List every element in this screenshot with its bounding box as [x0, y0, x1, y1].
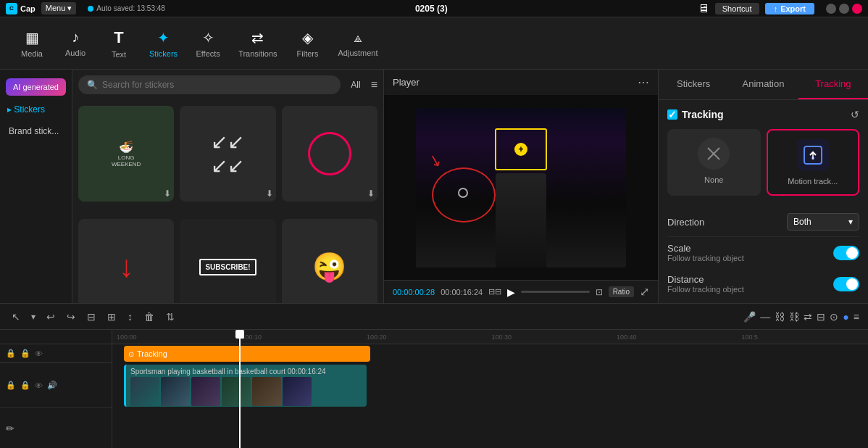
sticker-item-circle[interactable]: ⬇	[282, 106, 377, 202]
main-toolbar: ▦ Media ♪ Audio T Text ✦ Stickers ✧ Effe…	[0, 17, 868, 70]
timeline-content: 🔒 🔒 👁 🔒 🔒 👁 🔊 ✏ 100:00 100:10 100	[0, 330, 868, 448]
sticker-item-emoji1[interactable]: 😜 ⬇	[282, 219, 377, 303]
lock2-icon[interactable]: 🔒	[6, 381, 16, 390]
minus-icon[interactable]: ⊟	[817, 311, 825, 323]
text-icon: T	[114, 28, 123, 47]
tool-transitions[interactable]: ⇄ Transitions	[231, 25, 284, 62]
trash-tool[interactable]: 🗑	[141, 308, 157, 325]
sidebar-item-brand[interactable]: Brand stick...	[0, 120, 72, 142]
tool-audio[interactable]: ♪ Audio	[55, 25, 96, 62]
redo-button[interactable]: ↪	[64, 308, 78, 325]
audio-icon[interactable]: 🔊	[47, 381, 57, 390]
tracking-option-none[interactable]: None	[667, 129, 761, 196]
link-icon[interactable]: —	[760, 311, 770, 323]
ai-generated-button[interactable]: AI generated	[6, 78, 66, 96]
ratio-button[interactable]: Ratio	[609, 286, 634, 297]
tool-effects[interactable]: ✧ Effects	[188, 25, 228, 62]
sticker-item-subscribe[interactable]: SUBSCRIBE! ⬇	[180, 219, 275, 303]
dot-icon[interactable]: ●	[843, 311, 848, 323]
tracking-header: ✓ Tracking ↺	[667, 109, 859, 120]
delete-tool[interactable]: ⊞	[104, 308, 119, 325]
split-tool[interactable]: ⊟	[84, 308, 99, 325]
sticker-item-arrow-red[interactable]: ↓ ⬇	[78, 219, 174, 303]
tool-media[interactable]: ▦ Media	[12, 25, 52, 62]
reverse-tool[interactable]: ↕	[125, 308, 135, 325]
ruler-mark-0: 100:00	[115, 333, 241, 341]
search-icon: 🔍	[87, 80, 98, 90]
tab-stickers[interactable]: Stickers	[659, 70, 728, 99]
eye-icon[interactable]: 👁	[35, 349, 43, 358]
search-input[interactable]	[102, 80, 332, 90]
circle-icon[interactable]: ⊙	[830, 311, 838, 323]
ruler-mark-3: 100:30	[491, 333, 616, 341]
sidebar-item-stickers[interactable]: ▸ Stickers	[0, 100, 72, 119]
tracking-checkbox[interactable]: ✓	[667, 109, 677, 120]
shortcut-button[interactable]: Shortcut	[715, 3, 759, 14]
mic-icon[interactable]: 🎤	[743, 311, 756, 323]
export-button[interactable]: ↑ Export	[765, 3, 814, 14]
timeline-left-panel: 🔒 🔒 👁 🔒 🔒 👁 🔊 ✏	[0, 330, 112, 448]
tracking-clip[interactable]: ⊙ Tracking	[124, 346, 370, 362]
distance-label-group: Distance Follow tracking object	[667, 274, 744, 294]
right-panel: Stickers Animation Tracking ✓ Tracking ↺…	[658, 70, 868, 303]
tracking-option-motion[interactable]: Motion track...	[767, 129, 860, 196]
playhead-handle[interactable]	[235, 330, 244, 339]
video-track: Sportsman playing basketball in basketba…	[112, 363, 868, 408]
minimize-button[interactable]	[826, 4, 836, 14]
scale-toggle[interactable]	[833, 246, 859, 260]
select-tool[interactable]: ↖	[9, 308, 23, 325]
tool-adjustment[interactable]: ⟁ Adjustment	[331, 25, 385, 62]
tab-tracking[interactable]: Tracking	[798, 70, 868, 99]
adjustment-label: Adjustment	[338, 49, 378, 57]
tracking-track: ⊙ Tracking	[112, 344, 868, 363]
sticker-item-arrows[interactable]: ↙↙↙↙ ⬇	[180, 106, 275, 202]
effects-icon: ✧	[202, 29, 214, 46]
mute-icon[interactable]: 🔒	[20, 349, 30, 358]
fit-screen-icon[interactable]: ⊡	[596, 287, 603, 297]
pen-icon[interactable]: ✏	[6, 423, 14, 434]
motion-track-icon	[797, 139, 829, 171]
tool-text[interactable]: T Text	[99, 24, 139, 63]
expand-icon: ▾	[29, 310, 38, 323]
direction-select[interactable]: Both ▾	[787, 213, 859, 231]
filter-icon[interactable]: ≡	[371, 78, 377, 91]
stickers-icon: ✦	[157, 29, 170, 46]
download-icon: ⬇	[164, 302, 171, 303]
subscribe-sticker: SUBSCRIBE!	[199, 259, 256, 275]
maximize-button[interactable]	[839, 4, 849, 14]
transitions-label: Transitions	[238, 49, 277, 58]
fullscreen-button[interactable]: ⤢	[640, 285, 649, 299]
player-controls: 00:00:00:28 00:00:16:24 ⊟⊟ ▶ ⊡ Ratio ⤢	[384, 280, 658, 303]
stickers-sidebar: AI generated ▸ Stickers Brand stick...	[0, 70, 72, 303]
undo-button[interactable]: ↩	[43, 308, 58, 325]
chain-icon[interactable]: ⛓	[775, 311, 785, 323]
eye2-icon[interactable]: 👁	[35, 381, 43, 390]
tracking-title: ✓ Tracking	[667, 109, 724, 120]
tracking-reset-icon[interactable]: ↺	[851, 109, 859, 120]
timeline-tracks[interactable]: 100:00 100:10 100:20 100:30 100:40 100:5…	[112, 330, 868, 448]
tab-animation[interactable]: Animation	[728, 70, 798, 99]
player-menu-icon[interactable]: ⋯	[638, 75, 649, 89]
lock-icon[interactable]: 🔒	[6, 349, 16, 358]
close-button[interactable]	[852, 4, 862, 14]
all-filter-button[interactable]: All	[345, 77, 366, 93]
mute2-icon[interactable]: 🔒	[20, 381, 30, 390]
tool-stickers[interactable]: ✦ Stickers	[142, 25, 185, 62]
chain2-icon[interactable]: ⛓	[789, 311, 799, 323]
player-header: Player ⋯	[384, 70, 658, 95]
video-thumb-6	[283, 377, 312, 406]
video-clip[interactable]: Sportsman playing basketball in basketba…	[124, 365, 367, 407]
distance-toggle[interactable]	[833, 277, 859, 291]
tool-filters[interactable]: ◈ Filters	[288, 25, 328, 62]
ruler-mark-1: 100:10	[241, 333, 366, 341]
player-progress-bar[interactable]	[521, 291, 589, 293]
more-tool[interactable]: ⇅	[163, 308, 178, 325]
menu-button[interactable]: Menu ▾	[41, 2, 77, 14]
zoom-icon[interactable]: ≡	[854, 311, 859, 323]
window-controls	[826, 4, 862, 14]
play-button[interactable]: ▶	[507, 286, 515, 298]
sticker-item-weekend[interactable]: 🍜 LONGWEEKEND ⬇	[78, 106, 174, 202]
swap-icon[interactable]: ⇄	[804, 311, 812, 323]
direction-row: Direction Both ▾	[667, 207, 859, 237]
timeline-right-tools: 🎤 — ⛓ ⛓ ⇄ ⊟ ⊙ ● ≡	[743, 311, 859, 323]
